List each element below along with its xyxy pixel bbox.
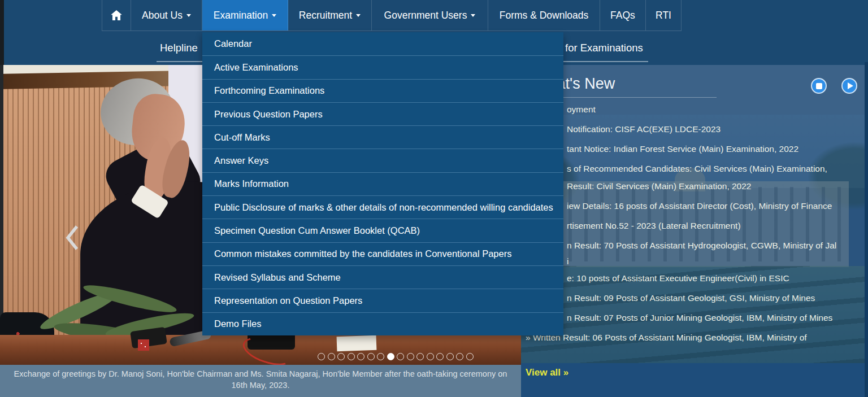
nav-item-about-us[interactable]: About Us xyxy=(131,0,202,30)
view-all-link[interactable]: View all » xyxy=(526,367,568,378)
news-item-text: Result: Civil Services (Main) Examinatio… xyxy=(567,178,865,194)
news-item[interactable]: n Result: 09 Posts of Assistant Geologis… xyxy=(521,290,865,306)
dropdown-item-cut-off-marks[interactable]: Cut-off Marks xyxy=(202,125,563,149)
caption-text: Exchange of greetings by Dr. Manoj Soni,… xyxy=(6,368,515,391)
dropdown-item-forthcoming-examinations[interactable]: Forthcoming Examinations xyxy=(202,79,563,102)
dropdown-item-representation-on-question-papers[interactable]: Representation on Question Papers xyxy=(202,289,563,312)
carousel-dot[interactable] xyxy=(357,353,364,360)
news-item[interactable]: tant Notice: Indian Forest Service (Main… xyxy=(521,141,865,157)
dropdown-item-revised-syllabus-and-scheme[interactable]: Revised Syllabus and Scheme xyxy=(202,265,563,289)
news-item-text: e: 10 posts of Assistant Executive Engin… xyxy=(567,270,865,286)
dropdown-item-marks-information[interactable]: Marks Information xyxy=(202,172,563,195)
home-icon xyxy=(111,10,122,20)
dropdown-item-demo-files[interactable]: Demo Files xyxy=(202,312,563,335)
news-item-text: » Written Result: 06 Posts of Assistant … xyxy=(526,329,865,346)
carousel-dot[interactable] xyxy=(318,353,325,360)
carousel-dot[interactable] xyxy=(416,353,424,360)
news-item[interactable]: Notification: CISF AC(EXE) LDCE-2023 xyxy=(521,121,865,137)
caret-down-icon xyxy=(272,14,276,17)
news-item-text: n Result: 70 Posts of Assistant Hydrogeo… xyxy=(567,237,865,254)
news-item-text: Notification: CISF AC(EXE) LDCE-2023 xyxy=(567,121,865,137)
news-item[interactable]: oyment xyxy=(521,101,865,117)
carousel-dot[interactable] xyxy=(446,353,454,360)
ticker-stop-button[interactable] xyxy=(811,78,827,94)
dropdown-item-active-examinations[interactable]: Active Examinations xyxy=(202,55,563,78)
examination-dropdown-menu: CalendarActive ExaminationsForthcoming E… xyxy=(202,32,563,335)
carousel-dot[interactable] xyxy=(397,353,404,360)
dropdown-item-public-disclosure-of-marks-other-details[interactable]: Public Disclosure of marks & other detai… xyxy=(202,195,563,219)
news-item[interactable]: n Result: 07 Posts of Junior Mining Geol… xyxy=(521,309,865,326)
carousel-dot-active[interactable] xyxy=(387,353,394,360)
main-nav: About UsExaminationRecruitmentGovernment… xyxy=(102,0,682,31)
news-item-text: iew Details: 16 posts of Assistant Direc… xyxy=(567,198,865,214)
carousel-dot[interactable] xyxy=(348,353,355,360)
news-item-text: s of Recommended Candidates: Civil Servi… xyxy=(567,160,865,177)
nav-item-faqs[interactable]: FAQs xyxy=(600,0,646,30)
news-item[interactable]: iew Details: 16 posts of Assistant Direc… xyxy=(521,198,865,214)
news-item[interactable]: Result: Civil Services (Main) Examinatio… xyxy=(521,178,865,194)
play-icon xyxy=(848,82,853,89)
nav-item-label: Examination xyxy=(214,10,268,21)
chevron-left-icon xyxy=(63,224,80,251)
news-item-text: oyment xyxy=(567,101,865,117)
nav-item-label: Forms & Downloads xyxy=(500,10,589,21)
news-item-text: i xyxy=(567,254,865,269)
carousel-dot[interactable] xyxy=(456,353,463,360)
news-item[interactable]: e: 10 posts of Assistant Executive Engin… xyxy=(521,270,865,286)
carousel-dot[interactable] xyxy=(466,353,474,360)
nav-item-examination[interactable]: Examination xyxy=(202,0,288,30)
nav-item-label: RTI xyxy=(656,10,671,21)
news-item-text: n Result: 09 Posts of Assistant Geologis… xyxy=(567,290,865,306)
nav-item-forms-downloads[interactable]: Forms & Downloads xyxy=(488,0,600,30)
caret-down-icon xyxy=(356,14,361,17)
news-item[interactable]: n Result: 70 Posts of Assistant Hydrogeo… xyxy=(521,237,865,269)
carousel-caption: Exchange of greetings by Dr. Manoj Soni,… xyxy=(0,365,521,397)
carousel-dot[interactable] xyxy=(407,353,414,360)
helpline-text-right: for Examinations xyxy=(565,42,643,54)
caret-down-icon xyxy=(186,14,191,17)
helpline-text-left: Helpline xyxy=(160,42,198,54)
name-plate xyxy=(337,335,377,351)
dropdown-item-specimen-question-cum-answer-booklet-qca[interactable]: Specimen Question Cum Answer Booklet (QC… xyxy=(202,219,563,242)
panel-bottom-band xyxy=(521,363,865,397)
news-item-text: n Result: 07 Posts of Junior Mining Geol… xyxy=(567,309,865,326)
news-item[interactable]: » Written Result: 06 Posts of Assistant … xyxy=(521,329,865,346)
caret-down-icon xyxy=(471,14,475,17)
carousel-dot[interactable] xyxy=(427,353,434,360)
right-edge-strip xyxy=(865,62,868,397)
news-item[interactable]: rtisement No.52 - 2023 (Lateral Recruitm… xyxy=(521,217,865,234)
news-item-text: rtisement No.52 - 2023 (Lateral Recruitm… xyxy=(567,217,865,234)
nav-item-recruitment[interactable]: Recruitment xyxy=(288,0,372,30)
mic-logo-cube xyxy=(138,339,149,351)
nav-item-rti[interactable]: RTI xyxy=(646,0,682,30)
stop-icon xyxy=(816,83,822,89)
nav-item-label: About Us xyxy=(142,10,183,21)
carousel-dot[interactable] xyxy=(328,353,335,360)
dropdown-item-previous-question-papers[interactable]: Previous Question Papers xyxy=(202,102,563,125)
carousel-dot[interactable] xyxy=(337,353,345,360)
carousel-prev-button[interactable] xyxy=(63,224,80,251)
dropdown-item-answer-keys[interactable]: Answer Keys xyxy=(202,149,563,172)
news-item-text: tant Notice: Indian Forest Service (Main… xyxy=(567,141,865,157)
nav-item-label: FAQs xyxy=(610,10,635,21)
ticker-play-button[interactable] xyxy=(841,78,857,94)
carousel-dot[interactable] xyxy=(436,353,444,360)
news-list: oymentNotification: CISF AC(EXE) LDCE-20… xyxy=(521,101,865,349)
dropdown-item-calendar[interactable]: Calendar xyxy=(202,32,563,55)
nav-item-label: Government Users xyxy=(384,10,467,21)
left-edge-strip xyxy=(0,0,4,65)
carousel-dots xyxy=(318,353,474,360)
dropdown-item-common-mistakes-committed-by-the-candida[interactable]: Common mistakes committed by the candida… xyxy=(202,242,563,265)
carousel-dot[interactable] xyxy=(367,353,375,360)
upsc-homepage: About UsExaminationRecruitmentGovernment… xyxy=(0,0,868,397)
nav-item-government-users[interactable]: Government Users xyxy=(372,0,488,30)
whats-new-panel: What's New oymentNotification: CISF AC(E… xyxy=(521,65,865,397)
carousel-dot[interactable] xyxy=(377,353,384,360)
nav-item-home[interactable] xyxy=(102,0,131,30)
news-item[interactable]: s of Recommended Candidates: Civil Servi… xyxy=(521,160,865,177)
nav-item-label: Recruitment xyxy=(299,10,352,21)
